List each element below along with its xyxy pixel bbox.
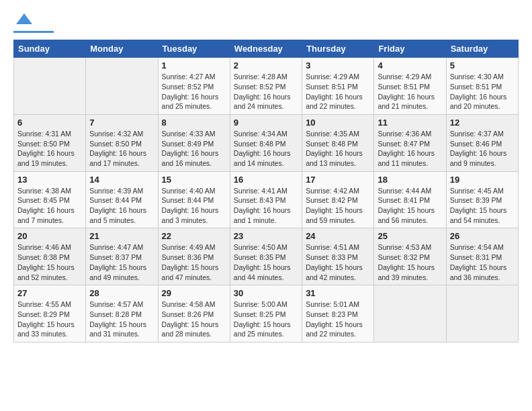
weekday-header: Tuesday bbox=[158, 40, 230, 58]
calendar-header-row: SundayMondayTuesdayWednesdayThursdayFrid… bbox=[14, 40, 519, 58]
day-number: 18 bbox=[378, 175, 442, 185]
calendar-cell: 12Sunrise: 4:37 AM Sunset: 8:46 PM Dayli… bbox=[446, 114, 518, 171]
calendar-cell: 21Sunrise: 4:47 AM Sunset: 8:37 PM Dayli… bbox=[86, 228, 158, 285]
logo-divider bbox=[13, 31, 54, 33]
day-info: Sunrise: 4:57 AM Sunset: 8:28 PM Dayligh… bbox=[89, 300, 154, 339]
calendar-cell: 11Sunrise: 4:36 AM Sunset: 8:47 PM Dayli… bbox=[374, 114, 446, 171]
day-number: 10 bbox=[306, 118, 370, 128]
day-info: Sunrise: 4:29 AM Sunset: 8:51 PM Dayligh… bbox=[306, 72, 370, 111]
logo-icon bbox=[15, 11, 34, 30]
calendar-cell: 24Sunrise: 4:51 AM Sunset: 8:33 PM Dayli… bbox=[302, 228, 374, 285]
day-info: Sunrise: 4:55 AM Sunset: 8:29 PM Dayligh… bbox=[17, 300, 82, 339]
svg-marker-0 bbox=[16, 13, 32, 24]
day-number: 3 bbox=[306, 60, 370, 71]
day-info: Sunrise: 4:31 AM Sunset: 8:50 PM Dayligh… bbox=[17, 129, 82, 169]
day-info: Sunrise: 4:42 AM Sunset: 8:42 PM Dayligh… bbox=[306, 186, 370, 226]
day-number: 4 bbox=[378, 60, 442, 71]
day-info: Sunrise: 4:46 AM Sunset: 8:38 PM Dayligh… bbox=[17, 242, 82, 282]
day-number: 2 bbox=[234, 60, 298, 71]
day-number: 24 bbox=[306, 231, 370, 241]
day-info: Sunrise: 4:37 AM Sunset: 8:46 PM Dayligh… bbox=[450, 129, 515, 169]
calendar-cell: 23Sunrise: 4:50 AM Sunset: 8:35 PM Dayli… bbox=[230, 228, 302, 285]
calendar-cell: 17Sunrise: 4:42 AM Sunset: 8:42 PM Dayli… bbox=[302, 171, 374, 228]
day-number: 11 bbox=[378, 118, 442, 128]
calendar-cell: 29Sunrise: 4:58 AM Sunset: 8:26 PM Dayli… bbox=[158, 285, 230, 342]
day-number: 12 bbox=[450, 118, 515, 128]
weekday-header: Friday bbox=[374, 40, 446, 58]
day-number: 13 bbox=[17, 175, 82, 185]
day-info: Sunrise: 5:00 AM Sunset: 8:25 PM Dayligh… bbox=[234, 300, 298, 339]
calendar-cell: 28Sunrise: 4:57 AM Sunset: 8:28 PM Dayli… bbox=[86, 285, 158, 342]
day-info: Sunrise: 4:50 AM Sunset: 8:35 PM Dayligh… bbox=[234, 242, 298, 282]
day-number: 22 bbox=[162, 231, 226, 241]
weekday-header: Wednesday bbox=[230, 40, 302, 58]
calendar-cell: 25Sunrise: 4:53 AM Sunset: 8:32 PM Dayli… bbox=[374, 228, 446, 285]
calendar-cell: 14Sunrise: 4:39 AM Sunset: 8:44 PM Dayli… bbox=[86, 171, 158, 228]
weekday-header: Monday bbox=[86, 40, 158, 58]
calendar-week-row: 6Sunrise: 4:31 AM Sunset: 8:50 PM Daylig… bbox=[14, 114, 519, 171]
day-info: Sunrise: 5:01 AM Sunset: 8:23 PM Dayligh… bbox=[306, 300, 370, 339]
calendar-cell: 10Sunrise: 4:35 AM Sunset: 8:48 PM Dayli… bbox=[302, 114, 374, 171]
calendar-cell: 31Sunrise: 5:01 AM Sunset: 8:23 PM Dayli… bbox=[302, 285, 374, 342]
calendar-cell bbox=[374, 285, 446, 342]
calendar-cell: 15Sunrise: 4:40 AM Sunset: 8:44 PM Dayli… bbox=[158, 171, 230, 228]
day-number: 27 bbox=[17, 288, 82, 298]
day-number: 1 bbox=[162, 60, 226, 71]
calendar-cell: 22Sunrise: 4:49 AM Sunset: 8:36 PM Dayli… bbox=[158, 228, 230, 285]
day-info: Sunrise: 4:54 AM Sunset: 8:31 PM Dayligh… bbox=[450, 242, 515, 282]
day-number: 17 bbox=[306, 175, 370, 185]
calendar-cell: 7Sunrise: 4:32 AM Sunset: 8:50 PM Daylig… bbox=[86, 114, 158, 171]
calendar-cell: 19Sunrise: 4:45 AM Sunset: 8:39 PM Dayli… bbox=[446, 171, 518, 228]
day-number: 19 bbox=[450, 175, 515, 185]
calendar-cell: 3Sunrise: 4:29 AM Sunset: 8:51 PM Daylig… bbox=[302, 58, 374, 115]
day-info: Sunrise: 4:44 AM Sunset: 8:41 PM Dayligh… bbox=[378, 186, 442, 226]
calendar-cell: 30Sunrise: 5:00 AM Sunset: 8:25 PM Dayli… bbox=[230, 285, 302, 342]
day-info: Sunrise: 4:34 AM Sunset: 8:48 PM Dayligh… bbox=[234, 129, 298, 169]
day-info: Sunrise: 4:33 AM Sunset: 8:49 PM Dayligh… bbox=[162, 129, 226, 169]
day-info: Sunrise: 4:28 AM Sunset: 8:52 PM Dayligh… bbox=[234, 72, 298, 111]
day-number: 15 bbox=[162, 175, 226, 185]
day-number: 23 bbox=[234, 231, 298, 241]
calendar-cell: 5Sunrise: 4:30 AM Sunset: 8:51 PM Daylig… bbox=[446, 58, 518, 115]
calendar-cell: 6Sunrise: 4:31 AM Sunset: 8:50 PM Daylig… bbox=[14, 114, 86, 171]
day-number: 14 bbox=[89, 175, 154, 185]
day-number: 31 bbox=[306, 288, 370, 298]
day-info: Sunrise: 4:49 AM Sunset: 8:36 PM Dayligh… bbox=[162, 242, 226, 282]
calendar-cell bbox=[14, 58, 86, 115]
day-info: Sunrise: 4:38 AM Sunset: 8:45 PM Dayligh… bbox=[17, 186, 82, 226]
calendar-week-row: 13Sunrise: 4:38 AM Sunset: 8:45 PM Dayli… bbox=[14, 171, 519, 228]
day-info: Sunrise: 4:27 AM Sunset: 8:52 PM Dayligh… bbox=[162, 72, 226, 111]
calendar-cell: 26Sunrise: 4:54 AM Sunset: 8:31 PM Dayli… bbox=[446, 228, 518, 285]
calendar-cell: 18Sunrise: 4:44 AM Sunset: 8:41 PM Dayli… bbox=[374, 171, 446, 228]
calendar-cell: 16Sunrise: 4:41 AM Sunset: 8:43 PM Dayli… bbox=[230, 171, 302, 228]
day-info: Sunrise: 4:35 AM Sunset: 8:48 PM Dayligh… bbox=[306, 129, 370, 169]
logo bbox=[13, 13, 54, 33]
calendar-cell: 20Sunrise: 4:46 AM Sunset: 8:38 PM Dayli… bbox=[14, 228, 86, 285]
day-number: 6 bbox=[17, 118, 82, 128]
calendar-cell: 8Sunrise: 4:33 AM Sunset: 8:49 PM Daylig… bbox=[158, 114, 230, 171]
day-info: Sunrise: 4:32 AM Sunset: 8:50 PM Dayligh… bbox=[89, 129, 154, 169]
day-number: 8 bbox=[162, 118, 226, 128]
day-number: 9 bbox=[234, 118, 298, 128]
calendar-cell: 9Sunrise: 4:34 AM Sunset: 8:48 PM Daylig… bbox=[230, 114, 302, 171]
day-number: 29 bbox=[162, 288, 226, 298]
day-number: 7 bbox=[89, 118, 154, 128]
calendar-week-row: 1Sunrise: 4:27 AM Sunset: 8:52 PM Daylig… bbox=[14, 58, 519, 115]
day-info: Sunrise: 4:47 AM Sunset: 8:37 PM Dayligh… bbox=[89, 242, 154, 282]
day-info: Sunrise: 4:40 AM Sunset: 8:44 PM Dayligh… bbox=[162, 186, 226, 226]
day-number: 16 bbox=[234, 175, 298, 185]
day-info: Sunrise: 4:53 AM Sunset: 8:32 PM Dayligh… bbox=[378, 242, 442, 282]
calendar-cell: 27Sunrise: 4:55 AM Sunset: 8:29 PM Dayli… bbox=[14, 285, 86, 342]
calendar-cell: 2Sunrise: 4:28 AM Sunset: 8:52 PM Daylig… bbox=[230, 58, 302, 115]
calendar-week-row: 20Sunrise: 4:46 AM Sunset: 8:38 PM Dayli… bbox=[14, 228, 519, 285]
day-number: 28 bbox=[89, 288, 154, 298]
day-number: 30 bbox=[234, 288, 298, 298]
weekday-header: Thursday bbox=[302, 40, 374, 58]
day-number: 25 bbox=[378, 231, 442, 241]
page-header bbox=[13, 13, 519, 33]
day-number: 5 bbox=[450, 60, 515, 71]
day-info: Sunrise: 4:36 AM Sunset: 8:47 PM Dayligh… bbox=[378, 129, 442, 169]
day-info: Sunrise: 4:29 AM Sunset: 8:51 PM Dayligh… bbox=[378, 72, 442, 111]
calendar-cell: 1Sunrise: 4:27 AM Sunset: 8:52 PM Daylig… bbox=[158, 58, 230, 115]
day-number: 20 bbox=[17, 231, 82, 241]
